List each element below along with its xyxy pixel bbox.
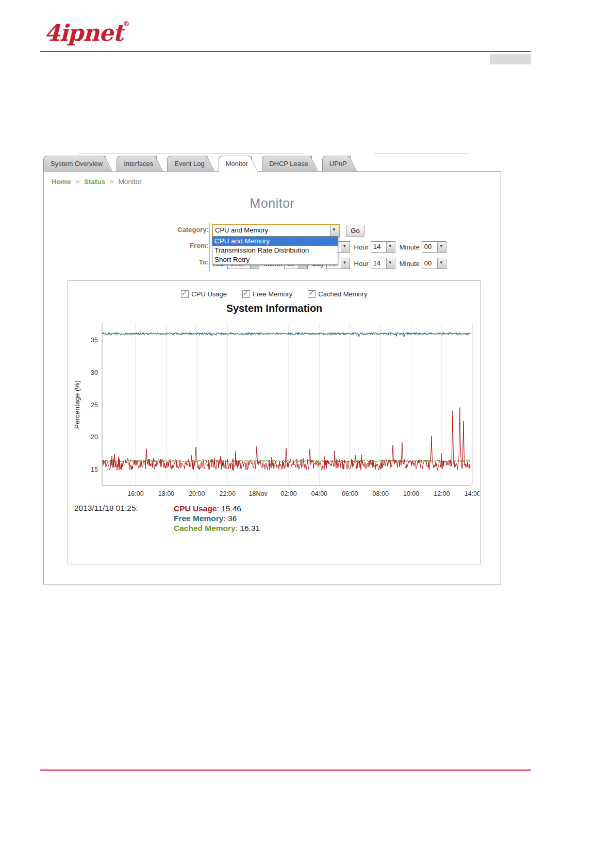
- form-divider: [209, 223, 210, 271]
- status-tabbar: System Overview Interfaces Event Log Mon…: [43, 156, 361, 172]
- dropdown-option-transmission-rate-distribution[interactable]: Transmission Rate Distribution: [212, 246, 338, 255]
- hour-label: Hour: [354, 260, 369, 268]
- svg-text:16:00: 16:00: [127, 490, 143, 497]
- tab-interfaces[interactable]: Interfaces: [117, 156, 157, 172]
- monitor-chart-box: CPU Usage Free Memory Cached Memory Syst…: [68, 280, 481, 564]
- dropdown-arrow-icon[interactable]: [330, 225, 339, 237]
- tab-upnp[interactable]: UPnP: [322, 156, 351, 172]
- svg-text:20:00: 20:00: [189, 490, 205, 497]
- readout-cached-memory: Cached Memory: 16.31: [174, 523, 260, 533]
- svg-text:06:00: 06:00: [342, 490, 358, 497]
- dropdown-arrow-icon[interactable]: [437, 242, 446, 252]
- readout-cpu-usage: CPU Usage: 15.46: [174, 504, 260, 513]
- dropdown-option-cpu-and-memory[interactable]: CPU and Memory: [212, 237, 338, 246]
- faded-upper-tabs: [78, 153, 304, 154]
- chart-title: System Information: [68, 303, 480, 314]
- header-right-placeholder: [490, 54, 531, 64]
- dropdown-option-short-retry[interactable]: Short Retry: [212, 255, 338, 264]
- from-hour-select[interactable]: 14: [371, 241, 395, 253]
- readout-timestamp: 2013/11/18 01:25:: [74, 504, 174, 533]
- hour-label: Hour: [354, 243, 369, 251]
- dropdown-arrow-icon[interactable]: [386, 242, 395, 252]
- readout-free-memory: Free Memory: 36: [174, 513, 260, 523]
- dropdown-arrow-icon[interactable]: [386, 258, 395, 269]
- svg-text:18Nov: 18Nov: [249, 490, 268, 497]
- svg-text:22:00: 22:00: [220, 490, 236, 497]
- svg-text:04:00: 04:00: [311, 490, 327, 497]
- series-checkbox-row: CPU Usage Free Memory Cached Memory: [68, 290, 480, 298]
- tab-system-overview[interactable]: System Overview: [43, 156, 106, 172]
- svg-text:14:00: 14:00: [464, 490, 479, 497]
- brand-logo-text: 4ipnet: [44, 20, 123, 46]
- go-button[interactable]: Go: [346, 225, 364, 237]
- registered-trademark-icon: ®: [123, 20, 129, 28]
- category-select-value: CPU and Memory: [213, 225, 330, 237]
- footer-rule: [40, 770, 531, 771]
- checkbox-checked-icon[interactable]: [242, 290, 250, 298]
- brand-logo: 4ipnet®: [44, 20, 129, 46]
- faded-upper-tabs: [374, 153, 469, 154]
- svg-text:Percentage (%): Percentage (%): [73, 380, 81, 429]
- dropdown-arrow-icon[interactable]: [341, 242, 350, 252]
- svg-text:08:00: 08:00: [373, 490, 389, 497]
- dropdown-arrow-icon[interactable]: [341, 258, 350, 269]
- svg-text:30: 30: [91, 369, 98, 376]
- tab-monitor[interactable]: Monitor: [219, 156, 252, 172]
- svg-text:18:00: 18:00: [158, 490, 174, 497]
- svg-text:25: 25: [91, 402, 98, 409]
- content-panel: Home > Status > Monitor Monitor Category…: [43, 171, 501, 585]
- checkbox-free-memory[interactable]: Free Memory: [242, 290, 292, 298]
- header-divider: [40, 51, 531, 52]
- svg-text:20: 20: [91, 433, 98, 441]
- checkbox-cached-memory[interactable]: Cached Memory: [308, 290, 367, 298]
- svg-text:12:00: 12:00: [434, 490, 450, 497]
- category-dropdown-list: CPU and Memory Transmission Rate Distrib…: [212, 236, 338, 265]
- tab-dhcp-lease[interactable]: DHCP Lease: [262, 156, 312, 172]
- svg-text:02:00: 02:00: [280, 490, 296, 497]
- dropdown-arrow-icon[interactable]: [437, 258, 446, 269]
- svg-text:10:00: 10:00: [403, 490, 419, 497]
- monitor-form: Category: From: To: CPU and Memory Go Ye…: [44, 172, 501, 275]
- minute-label: Minute: [400, 260, 420, 268]
- svg-text:15: 15: [91, 466, 98, 473]
- from-label: From:: [126, 242, 209, 249]
- to-hour-select[interactable]: 14: [371, 258, 395, 269]
- page: 4ipnet® System Overview Interfaces Event…: [0, 0, 614, 868]
- svg-text:35: 35: [91, 337, 98, 344]
- checkbox-checked-icon[interactable]: [308, 290, 316, 298]
- minute-label: Minute: [400, 243, 420, 251]
- checkbox-checked-icon[interactable]: [181, 290, 189, 298]
- to-minute-select[interactable]: 00: [422, 258, 446, 269]
- tab-event-log[interactable]: Event Log: [167, 156, 208, 172]
- from-minute-select[interactable]: 00: [422, 241, 446, 253]
- system-information-chart: 16:0018:0020:0022:0018Nov02:0004:0006:00…: [72, 317, 479, 503]
- checkbox-cpu-usage[interactable]: CPU Usage: [181, 290, 227, 298]
- chart-readout: 2013/11/18 01:25: CPU Usage: 15.46 Free …: [74, 504, 260, 533]
- category-label: Category:: [126, 226, 209, 233]
- to-label: To:: [126, 258, 209, 266]
